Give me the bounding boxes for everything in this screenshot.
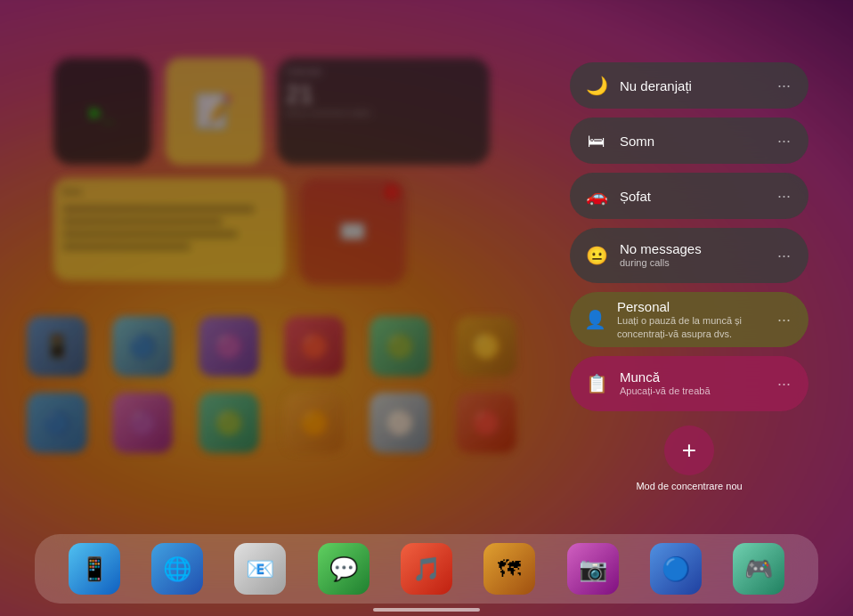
app-icon-7: 🔵	[27, 393, 87, 453]
new-focus-button[interactable]: +	[664, 426, 714, 475]
munca-label-group: Muncă Apucați-vă de treabă	[620, 369, 711, 397]
notification-badge: 3	[385, 185, 399, 199]
dock-icon-4[interactable]: 💬	[318, 543, 370, 595]
no-messages-sublabel: during calls	[620, 256, 702, 269]
personal-label-group: Personal Luați o pauză de la muncă și co…	[617, 299, 774, 340]
munca-more-button[interactable]: ···	[774, 371, 794, 397]
widget-event-label: Niciun eveniment astăzi	[286, 109, 370, 118]
focus-panel: 🌙 Nu deranjați ··· 🛏 Somn ··· 🚗 Șofat ··…	[570, 62, 808, 491]
focus-item-personal[interactable]: 👤 Personal Luați o pauză de la muncă și …	[570, 292, 808, 347]
new-focus-section: + Mod de concentrare nou	[570, 426, 808, 491]
no-messages-label: No messages	[620, 241, 702, 256]
focus-item-munca[interactable]: 📋 Muncă Apucați-vă de treabă ···	[570, 356, 808, 411]
app-icon-6: 🟡	[456, 316, 516, 377]
dock-icon-3[interactable]: 📧	[234, 543, 286, 595]
widget-area-row2: Note ✉️ 3	[53, 178, 490, 294]
note-line-3	[62, 231, 238, 238]
nu-deranjati-more-button[interactable]: ···	[774, 73, 794, 99]
focus-item-left-no-messages: 😐 No messages during calls	[584, 241, 702, 269]
sofat-label: Șofat	[620, 189, 651, 204]
terminal-icon: ▶_	[91, 101, 115, 123]
notes-icon: 📝	[194, 93, 234, 130]
notes-widget: 📝	[166, 58, 264, 165]
app-icon-12: 🔴	[456, 393, 516, 453]
focus-item-no-messages[interactable]: 😐 No messages during calls ···	[570, 228, 808, 283]
app-icon-8: 🟣	[112, 393, 173, 453]
app-icon-1: 📱	[27, 316, 87, 377]
focus-item-somn[interactable]: 🛏 Somn ···	[570, 118, 808, 164]
person-icon: 👤	[584, 309, 606, 330]
nu-deranjati-label: Nu deranjați	[620, 78, 692, 93]
notes-wide-widget: Note	[53, 178, 285, 280]
terminal-widget: ▶_	[53, 58, 151, 165]
personal-sublabel: Luați o pauză de la muncă și concentrați…	[617, 314, 774, 340]
bed-icon: 🛏	[584, 131, 609, 151]
no-messages-label-group: No messages during calls	[620, 241, 702, 269]
notes-widget-title: Note	[62, 187, 82, 197]
app-icon-4: 🔴	[284, 316, 345, 377]
munca-sublabel: Apucați-vă de treabă	[620, 385, 711, 397]
app-icon-2: 🔵	[112, 316, 173, 377]
plus-icon: +	[682, 438, 696, 463]
dock-icon-8[interactable]: 🔵	[650, 543, 702, 595]
dock-icon-2[interactable]: 🌐	[151, 543, 203, 595]
focus-item-left-sofat: 🚗 Șofat	[584, 185, 651, 207]
no-messages-more-button[interactable]: ···	[774, 243, 794, 269]
munca-label: Muncă	[620, 369, 711, 385]
somn-label: Somn	[620, 134, 654, 149]
note-line-2	[62, 218, 223, 225]
app-icon-11: ⚪	[370, 393, 430, 453]
focus-item-nu-deranjati[interactable]: 🌙 Nu deranjați ···	[570, 62, 808, 109]
dock-icon-5[interactable]: 🎵	[401, 543, 452, 595]
note-line-1	[62, 206, 255, 213]
app-icon-5: 🟢	[370, 316, 430, 377]
moon-icon: 🌙	[584, 75, 609, 96]
focus-item-left-nu-deranjati: 🌙 Nu deranjați	[584, 75, 692, 96]
emoji-icon: 😐	[584, 245, 609, 266]
app-icon-10: 🟠	[284, 393, 345, 453]
car-icon: 🚗	[584, 185, 609, 207]
dock-icon-6[interactable]: 🗺	[483, 543, 535, 595]
personal-label: Personal	[617, 299, 774, 314]
briefcase-icon: 📋	[584, 373, 609, 394]
new-focus-label: Mod de concentrare nou	[636, 481, 742, 491]
dock-icon-9[interactable]: 🎮	[733, 543, 784, 595]
home-indicator	[373, 608, 480, 612]
dock: 📱 🌐 📧 💬 🎵 🗺 📷 🔵 🎮	[35, 534, 818, 604]
calendar-widget: Calendar 21 Niciun eveniment astăzi	[277, 58, 490, 165]
sofat-more-button[interactable]: ···	[774, 183, 794, 209]
notification-widget: ✉️ 3	[299, 178, 406, 285]
mail-icon: ✉️	[339, 219, 366, 244]
app-grid: 📱 🔵 🟣 🔴 🟢 🟡 🔵 🟣 🟢 🟠 ⚪ 🔴	[27, 316, 525, 441]
somn-more-button[interactable]: ···	[774, 128, 794, 154]
widget-title-label: Calendar	[286, 67, 322, 77]
focus-item-left-somn: 🛏 Somn	[584, 131, 654, 151]
app-icon-9: 🟢	[199, 393, 259, 453]
note-line-4	[62, 243, 191, 250]
widget-date-label: 21	[286, 80, 313, 109]
focus-item-sofat[interactable]: 🚗 Șofat ···	[570, 173, 808, 219]
dock-icon-1[interactable]: 📱	[69, 543, 120, 595]
dock-icon-7[interactable]: 📷	[567, 543, 619, 595]
personal-more-button[interactable]: ···	[774, 307, 794, 333]
focus-item-left-munca: 📋 Muncă Apucați-vă de treabă	[584, 369, 711, 397]
app-icon-3: 🟣	[199, 316, 259, 377]
focus-item-left-personal: 👤 Personal Luați o pauză de la muncă și …	[584, 299, 774, 340]
